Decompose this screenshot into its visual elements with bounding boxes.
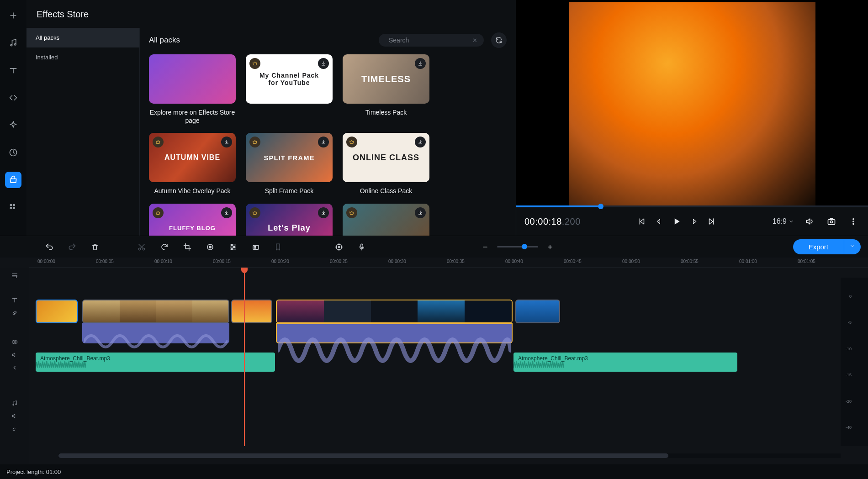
pack-card[interactable]: ONLINE CLASSOnline Class Pack <box>343 133 429 195</box>
pack-card[interactable]: My Channel Pack for YouTube <box>246 54 333 125</box>
effects-tab-button[interactable] <box>5 117 21 133</box>
export-button[interactable]: Export <box>793 239 861 254</box>
zoom-handle[interactable] <box>522 244 527 249</box>
preview-progress-handle[interactable] <box>598 204 603 209</box>
frame-forward-button[interactable] <box>688 215 700 228</box>
export-dropdown-button[interactable] <box>844 240 861 254</box>
download-icon[interactable] <box>318 58 329 69</box>
color-adjust-button[interactable] <box>249 241 262 253</box>
titles-tab-button[interactable] <box>5 62 21 79</box>
download-icon[interactable] <box>221 207 232 218</box>
clip-audio-2[interactable] <box>82 323 229 343</box>
svg-point-7 <box>10 207 11 209</box>
pack-card[interactable] <box>343 204 429 236</box>
download-icon[interactable] <box>318 207 329 218</box>
show-video-icon[interactable] <box>9 337 20 347</box>
skip-end-button[interactable] <box>705 215 718 228</box>
mute-video-icon[interactable] <box>9 350 20 360</box>
video-clip-3[interactable] <box>231 300 272 323</box>
ruler-mark: 00:00:15 <box>213 259 231 264</box>
sidebar-item-installed[interactable]: Installed <box>26 47 139 67</box>
play-button[interactable] <box>670 215 683 228</box>
ruler-mark: 00:00:50 <box>622 259 640 264</box>
aspect-ratio-select[interactable]: 16:9 <box>773 217 794 226</box>
effects-store-tab-button[interactable] <box>5 172 21 188</box>
premium-badge-icon <box>249 137 260 147</box>
volume-button[interactable] <box>803 215 816 228</box>
preview-more-button[interactable] <box>847 215 860 228</box>
cut-button[interactable] <box>135 241 148 253</box>
rotate-button[interactable] <box>158 241 171 253</box>
video-clip-1[interactable] <box>36 300 78 323</box>
refresh-button[interactable] <box>491 32 507 48</box>
link-track-icon[interactable] <box>9 308 20 318</box>
waveform-icon <box>36 360 86 370</box>
video-clip-5[interactable] <box>515 300 560 323</box>
pack-card[interactable]: TIMELESSTimeless Pack <box>343 54 429 125</box>
snapshot-button[interactable] <box>825 215 838 228</box>
undo-button[interactable] <box>43 241 56 253</box>
clip-audio-4[interactable] <box>276 323 513 343</box>
playhead[interactable] <box>244 268 245 446</box>
download-icon[interactable] <box>221 137 232 147</box>
pack-card[interactable]: FLUFFY BLOG <box>149 204 236 236</box>
time-ruler[interactable]: 00:00:0000:00:0500:00:1000:00:1500:00:20… <box>29 258 868 268</box>
audio-link-icon[interactable] <box>9 424 20 434</box>
ruler-mark: 00:00:40 <box>505 259 523 264</box>
pack-card[interactable]: Explore more on Effects Store page <box>149 54 236 125</box>
chevron-down-icon <box>789 219 794 224</box>
transitions-tab-button[interactable] <box>5 89 21 106</box>
sidebar-item-all-packs[interactable]: All packs <box>26 28 139 47</box>
text-track-icon[interactable] <box>9 295 20 305</box>
svg-marker-11 <box>640 219 644 224</box>
timeline-h-scrollbar[interactable] <box>58 453 841 458</box>
download-icon[interactable] <box>318 137 329 147</box>
record-button[interactable] <box>204 241 217 253</box>
svg-point-3 <box>15 44 16 45</box>
pack-card[interactable]: SPLIT FRAMESplit Frame Pack <box>246 133 333 195</box>
pack-card[interactable]: AUTUMN VIBEAutumn Vibe Overlay Pack <box>149 133 236 195</box>
pack-card[interactable]: Let's Play <box>246 204 333 236</box>
audio-clip-1[interactable]: Atmosphere_Chill_Beat.mp3 <box>36 353 275 372</box>
preview-progress-bar[interactable] <box>516 205 868 207</box>
video-clip-4-selected[interactable] <box>276 300 513 323</box>
video-clip-2[interactable] <box>82 300 229 323</box>
crop-button[interactable] <box>181 241 194 253</box>
zoom-slider[interactable] <box>497 246 538 247</box>
mute-audio-icon[interactable] <box>9 411 20 421</box>
zoom-in-button[interactable] <box>544 241 556 253</box>
download-icon[interactable] <box>415 137 426 147</box>
svg-point-20 <box>831 221 833 223</box>
add-media-button[interactable] <box>5 7 21 24</box>
more-tools-button[interactable] <box>5 199 21 216</box>
download-icon[interactable] <box>415 58 426 69</box>
redo-button[interactable] <box>66 241 79 253</box>
delete-button[interactable] <box>89 241 101 253</box>
preview-pane: 00:00:18.200 16:9 <box>516 0 868 236</box>
preview-viewport[interactable] <box>516 0 868 207</box>
zoom-out-button[interactable] <box>479 241 492 253</box>
pack-caption: Split Frame Pack <box>246 187 333 195</box>
search-input[interactable] <box>389 37 469 44</box>
tracks-area[interactable]: Atmosphere_Chill_Beat.mp3 Atmosphere_Chi… <box>29 268 868 464</box>
frame-back-button[interactable] <box>653 215 666 228</box>
preview-frame <box>569 2 815 205</box>
elements-tab-button[interactable] <box>5 144 21 161</box>
audio-tab-button[interactable] <box>5 35 21 51</box>
add-track-button[interactable] <box>9 270 20 280</box>
search-box[interactable]: ✕ <box>379 34 484 47</box>
svg-point-6 <box>13 204 15 205</box>
voiceover-button[interactable] <box>355 241 368 253</box>
audio-clip-2[interactable]: Atmosphere_Chill_Beat.mp3 <box>513 353 737 372</box>
scrollbar-thumb[interactable] <box>58 453 668 458</box>
download-icon[interactable] <box>415 207 426 218</box>
svg-marker-13 <box>657 219 660 223</box>
marker-button[interactable] <box>272 241 285 253</box>
collapse-icon[interactable] <box>9 363 20 373</box>
clear-search-icon[interactable]: ✕ <box>472 37 477 44</box>
skip-start-button[interactable] <box>635 215 648 228</box>
chromakey-button[interactable] <box>333 241 345 253</box>
db-row: -10 <box>843 336 865 362</box>
audio-track-icon[interactable] <box>9 398 20 408</box>
clip-properties-button[interactable] <box>227 241 239 253</box>
